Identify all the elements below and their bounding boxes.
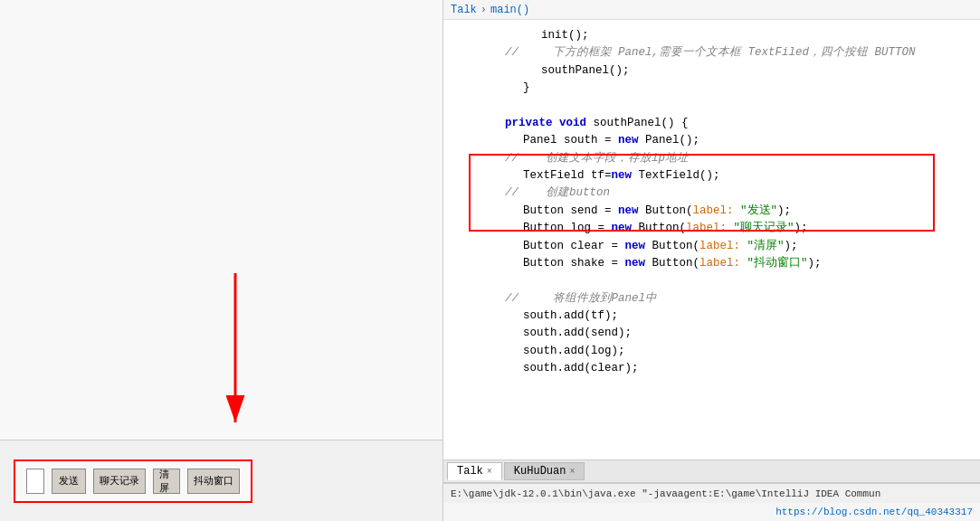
- code-line: }: [443, 80, 980, 97]
- code-line: // 下方的框架 Panel,需要一个文本框 TextFiled，四个按钮 BU…: [443, 44, 980, 62]
- code-line: south.add(tf);: [443, 308, 980, 325]
- code-line: // 创建文本字段，存放ip地址: [443, 150, 980, 167]
- preview-log-button[interactable]: 聊天记录: [93, 469, 146, 494]
- tab-talk[interactable]: Talk ×: [447, 462, 502, 480]
- code-line: [443, 98, 980, 115]
- highlighted-code-line: Button send = new Button(label: "发送");: [443, 203, 980, 220]
- url-text[interactable]: https://blog.csdn.net/qq_40343317: [775, 507, 973, 517]
- breadcrumb-separator: ›: [480, 4, 487, 16]
- tab-bar: Talk × KuHuDuan ×: [443, 459, 980, 483]
- run-command-text: E:\game\jdk-12.0.1\bin\java.exe "-javaag…: [451, 488, 880, 499]
- code-line: south.add(send);: [443, 325, 980, 342]
- left-panel-content: [0, 0, 442, 440]
- left-bottom-preview: 发送 聊天记录 清屏 抖动窗口: [0, 440, 442, 521]
- code-line: southPanel();: [443, 62, 980, 80]
- url-bar: https://blog.csdn.net/qq_40343317: [443, 503, 980, 521]
- preview-shake-button[interactable]: 抖动窗口: [187, 469, 240, 494]
- code-line: private void southPanel() {: [443, 115, 980, 132]
- code-line: Panel south = new Panel();: [443, 132, 980, 149]
- run-bar: E:\game\jdk-12.0.1\bin\java.exe "-javaag…: [443, 483, 980, 503]
- breadcrumb-method[interactable]: main(): [490, 4, 529, 16]
- preview-send-button[interactable]: 发送: [52, 469, 86, 494]
- preview-clear-button[interactable]: 清屏: [153, 469, 180, 494]
- code-line: [443, 272, 980, 289]
- tab-kuhuduan-close[interactable]: ×: [569, 467, 575, 477]
- breadcrumb-root[interactable]: Talk: [451, 4, 477, 16]
- breadcrumb-bar: Talk › main(): [443, 0, 980, 20]
- preview-bottom-box: 发送 聊天记录 清屏 抖动窗口: [14, 459, 252, 503]
- tab-kuhuduan-label: KuHuDuan: [514, 465, 566, 478]
- tab-talk-label: Talk: [457, 465, 483, 478]
- code-line: // 创建button: [443, 185, 980, 202]
- right-panel: Talk › main() init(); // 下方的框架 Panel,需要一…: [443, 0, 980, 521]
- highlighted-code-line: Button log = new Button(label: "聊天记录");: [443, 220, 980, 237]
- left-panel: 发送 聊天记录 清屏 抖动窗口: [0, 0, 443, 521]
- code-line: south.add(clear);: [443, 360, 980, 377]
- highlighted-code-line: Button shake = new Button(label: "抖动窗口")…: [443, 255, 980, 272]
- highlighted-code-line: Button clear = new Button(label: "清屏");: [443, 238, 980, 255]
- tab-kuhuduan[interactable]: KuHuDuan ×: [504, 462, 585, 480]
- code-line: // 将组件放到Panel中: [443, 290, 980, 308]
- code-line: TextField tf=new TextField();: [443, 167, 980, 185]
- code-line: south.add(log);: [443, 343, 980, 360]
- code-line: init();: [443, 27, 980, 44]
- tab-talk-close[interactable]: ×: [487, 467, 492, 477]
- code-area[interactable]: init(); // 下方的框架 Panel,需要一个文本框 TextFiled…: [443, 20, 980, 459]
- code-editor[interactable]: init(); // 下方的框架 Panel,需要一个文本框 TextFiled…: [443, 20, 980, 521]
- preview-textfield: [26, 469, 44, 494]
